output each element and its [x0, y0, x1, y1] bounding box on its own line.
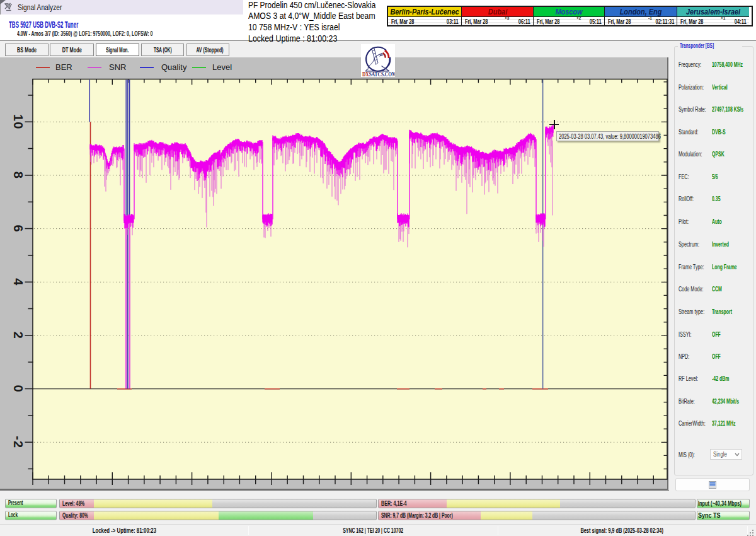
svg-text:-2: -2 [11, 436, 25, 448]
svg-text:0: 0 [11, 385, 25, 392]
svg-text:DX: DX [362, 70, 369, 77]
svg-text:4: 4 [11, 278, 25, 286]
svg-text:8: 8 [11, 172, 25, 179]
svg-text:10: 10 [11, 114, 25, 130]
svg-text:2: 2 [11, 332, 25, 339]
svg-text:SATCS.COM: SATCS.COM [369, 70, 395, 77]
svg-text:6: 6 [11, 224, 25, 232]
